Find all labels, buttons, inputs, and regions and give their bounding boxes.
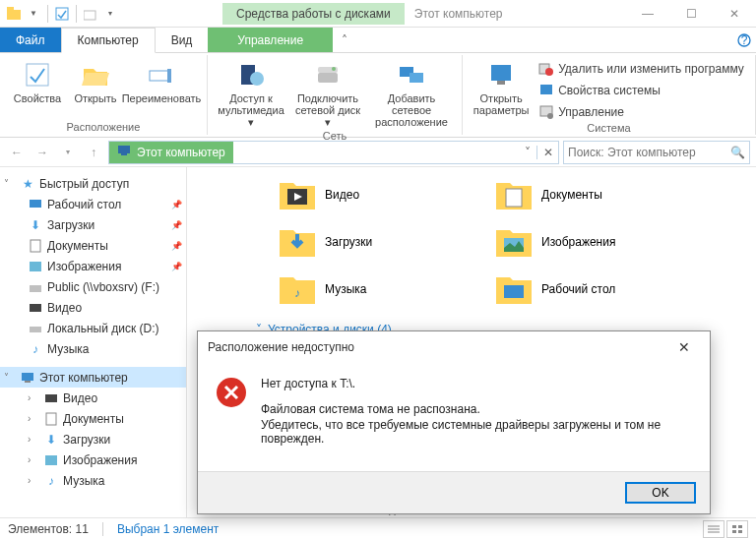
- status-bar: Элементов: 11 Выбран 1 элемент: [0, 517, 756, 539]
- network-share-icon: [28, 279, 43, 295]
- folder-downloads[interactable]: Загрузки: [276, 222, 472, 262]
- sidebar-tp-documents[interactable]: ›Документы: [0, 408, 186, 429]
- svg-rect-34: [46, 413, 56, 425]
- sidebar-pictures[interactable]: Изображения📌: [0, 256, 186, 276]
- context-tab-drive-tools: Средства работы с дисками: [222, 3, 405, 25]
- expand-icon[interactable]: ˅: [4, 178, 16, 189]
- sidebar-tp-pictures[interactable]: ›Изображения: [0, 449, 186, 470]
- collapse-ribbon-icon[interactable]: ˄: [333, 28, 356, 52]
- tab-view[interactable]: Вид: [156, 28, 209, 52]
- sidebar-music[interactable]: ♪Музыка: [0, 338, 186, 359]
- address-dropdown-icon[interactable]: ˅: [519, 146, 536, 159]
- downloads-folder-icon: [278, 224, 317, 260]
- sidebar-video[interactable]: Видео: [0, 297, 186, 318]
- tab-computer[interactable]: Компьютер: [61, 28, 156, 53]
- sidebar-tp-video[interactable]: ›Видео: [0, 388, 186, 408]
- open-button[interactable]: Открыть: [71, 57, 120, 106]
- svg-rect-47: [738, 530, 742, 533]
- search-icon[interactable]: 🔍: [730, 146, 745, 159]
- sidebar-tp-music[interactable]: ›♪Музыка: [0, 470, 186, 491]
- search-box[interactable]: 🔍: [563, 141, 750, 164]
- quick-access-toolbar: ▼ ▾: [0, 5, 124, 23]
- properties-button[interactable]: Свойства: [6, 57, 69, 106]
- sidebar-quick-access[interactable]: ˅ ★ Быстрый доступ: [0, 173, 186, 194]
- view-details-button[interactable]: [703, 520, 724, 538]
- system-props-icon: [538, 83, 554, 98]
- uninstall-program-button[interactable]: Удалить или изменить программу: [535, 59, 748, 79]
- folder-music[interactable]: ♪ Музыка: [276, 270, 472, 309]
- open-settings-button[interactable]: Открыть параметры: [470, 57, 533, 118]
- qat-dropdown-icon[interactable]: ▼: [26, 6, 41, 22]
- window-title: Этот компьютер: [414, 7, 503, 21]
- media-icon: [235, 59, 267, 90]
- settings-icon: [485, 59, 517, 90]
- qat-customize-icon[interactable]: ▾: [102, 6, 118, 22]
- view-icons-button[interactable]: [726, 520, 748, 538]
- maximize-button[interactable]: ☐: [669, 0, 713, 28]
- manage-button[interactable]: Управление: [535, 102, 748, 122]
- svg-text:?: ?: [741, 33, 748, 47]
- address-segment: Этот компьютер: [137, 146, 225, 159]
- sidebar-this-pc[interactable]: ˅ Этот компьютер: [0, 367, 186, 388]
- sidebar-documents[interactable]: Документы📌: [0, 235, 186, 256]
- status-selected: Выбран 1 элемент: [117, 522, 219, 536]
- svg-rect-1: [7, 7, 14, 11]
- folder-desktop[interactable]: Рабочий стол: [492, 270, 689, 309]
- folder-documents[interactable]: Документы: [492, 175, 689, 214]
- folder-video[interactable]: Видео: [276, 175, 472, 214]
- add-network-location-button[interactable]: Добавить сетевое расположение: [367, 57, 456, 130]
- svg-rect-33: [45, 394, 57, 402]
- help-icon[interactable]: ?: [732, 28, 756, 52]
- refresh-button[interactable]: ✕: [536, 146, 558, 159]
- search-input[interactable]: [568, 146, 730, 159]
- address-bar[interactable]: Этот компьютер ˅ ✕: [108, 141, 559, 164]
- network-drive-icon: [312, 59, 344, 90]
- tab-manage[interactable]: Управление: [208, 28, 333, 52]
- system-properties-button[interactable]: Свойства системы: [535, 81, 748, 100]
- minimize-button[interactable]: —: [626, 0, 669, 28]
- svg-rect-29: [30, 304, 41, 312]
- pictures-folder-icon: [494, 224, 534, 260]
- dialog-close-button[interactable]: ✕: [668, 339, 700, 355]
- ok-button[interactable]: OK: [625, 482, 696, 504]
- svg-rect-30: [30, 327, 41, 332]
- svg-point-13: [332, 67, 336, 71]
- explorer-icon: [6, 6, 22, 22]
- tab-file[interactable]: Файл: [0, 28, 61, 52]
- svg-rect-40: [504, 285, 524, 298]
- svg-rect-24: [121, 153, 127, 155]
- add-network-icon: [396, 59, 427, 90]
- new-folder-qat-icon[interactable]: [83, 6, 98, 22]
- up-button[interactable]: ↑: [83, 142, 104, 163]
- properties-qat-icon[interactable]: [54, 6, 70, 22]
- documents-icon: [28, 238, 43, 254]
- sidebar-public[interactable]: Public (\\vboxsrv) (F:): [0, 276, 186, 297]
- sidebar-downloads[interactable]: ⬇Загрузки📌: [0, 214, 186, 235]
- map-drive-button[interactable]: Подключить сетевой диск ▾: [290, 57, 365, 130]
- back-button[interactable]: ←: [6, 142, 28, 163]
- expand-icon[interactable]: ˅: [4, 372, 16, 383]
- sidebar-local-disk[interactable]: Локальный диск (D:): [0, 318, 186, 338]
- error-dialog: Расположение недоступно ✕ Нет доступа к …: [197, 330, 711, 514]
- ribbon-group-network: Доступ к мультимедиа ▾ Подключить сетево…: [208, 55, 463, 135]
- rename-button[interactable]: Переименовать: [122, 57, 201, 106]
- sidebar-desktop[interactable]: Рабочий стол📌: [0, 194, 186, 214]
- recent-dropdown[interactable]: ▾: [57, 142, 79, 163]
- sidebar-tp-downloads[interactable]: ›⬇Загрузки: [0, 429, 186, 449]
- documents-folder-icon: [494, 177, 534, 212]
- svg-rect-25: [30, 200, 41, 208]
- media-access-button[interactable]: Доступ к мультимедиа ▾: [214, 57, 288, 130]
- svg-point-19: [545, 68, 553, 76]
- forward-button[interactable]: →: [32, 142, 53, 163]
- folder-pictures[interactable]: Изображения: [492, 222, 689, 262]
- music-icon: ♪: [43, 473, 59, 489]
- close-button[interactable]: ✕: [713, 0, 756, 28]
- error-icon: [216, 377, 247, 408]
- svg-rect-3: [84, 11, 95, 20]
- uninstall-icon: [538, 61, 554, 77]
- svg-rect-15: [410, 73, 423, 83]
- downloads-icon: ⬇: [43, 432, 59, 448]
- svg-point-22: [547, 113, 553, 119]
- svg-rect-17: [497, 81, 505, 85]
- ribbon: Свойства Открыть Переименовать Расположе…: [0, 53, 756, 138]
